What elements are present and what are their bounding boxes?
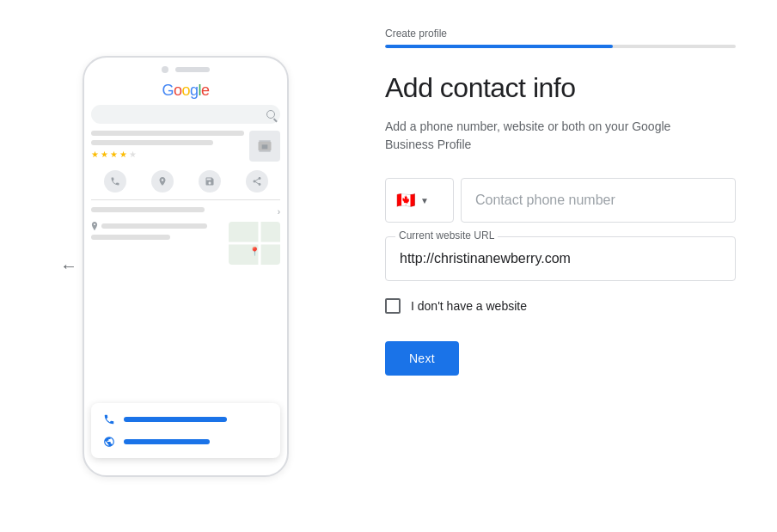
bottom-card-web-line [124,439,210,444]
progress-bar-container [385,45,736,48]
phone-bottom-card [91,403,280,458]
mock-action-save [199,170,221,193]
globe-icon [101,434,117,449]
mock-divider [91,199,280,200]
country-selector[interactable]: 🇨🇦 ▼ [385,178,454,223]
page-description: Add a phone number, website or both on y… [385,118,694,154]
mock-search-icon [266,110,275,119]
mock-action-phone [104,170,126,193]
right-panel: Create profile Add contact info Add a ph… [344,0,777,532]
mock-line [91,235,170,240]
mock-action-icons [91,170,280,193]
mock-action-map [151,170,174,193]
dropdown-arrow-icon: ▼ [420,196,429,205]
phone-input-row: 🇨🇦 ▼ [385,178,736,223]
mock-store-icon [249,131,280,162]
bottom-card-phone-row [101,412,270,427]
mock-line [91,131,244,136]
back-arrow-icon: ← [60,256,77,276]
no-website-label: I don't have a website [411,299,527,313]
phone-number-input[interactable] [461,178,736,223]
mock-line [91,207,205,212]
mock-business-info: ★ ★ ★ ★ ★ [91,131,244,163]
mock-action-share [246,170,268,193]
no-website-checkbox[interactable] [385,298,401,314]
google-logo: Google [91,82,280,100]
svg-rect-1 [262,144,268,149]
checkbox-row: I don't have a website [385,298,736,314]
flag-icon: 🇨🇦 [396,191,415,210]
mock-map-road [229,242,280,244]
bottom-card-web-row [101,434,270,449]
progress-bar-fill [385,45,613,48]
mock-map-road [259,222,261,265]
mock-map: 📍 [229,222,280,265]
next-button[interactable]: Next [385,341,459,376]
mock-business-row: ★ ★ ★ ★ ★ [91,131,280,163]
website-input-wrapper: Current website URL [385,236,736,281]
mock-map-pin: 📍 [249,247,260,256]
mock-stars: ★ ★ ★ ★ ★ [91,150,244,159]
back-button[interactable]: ← [55,253,83,280]
phone-speaker [175,67,210,72]
progress-section: Create profile [385,28,736,48]
page-title: Add contact info [385,72,736,104]
bottom-card-phone-line [124,417,227,422]
phone-top-bar [84,58,287,78]
mock-line [91,140,213,145]
phone-mockup: Google ★ ★ ★ ★ ★ [83,56,289,477]
mock-map-area: 📍 [91,222,280,265]
mock-location-text [91,222,223,244]
left-panel: ← Google ★ ★ [0,0,344,532]
website-input-label: Current website URL [395,229,498,242]
website-url-input[interactable] [385,236,736,281]
mock-search-bar [91,105,280,124]
progress-label: Create profile [385,28,736,40]
phone-screen: Google ★ ★ ★ ★ ★ [84,78,287,268]
mock-line [101,223,207,229]
phone-camera [162,66,168,73]
phone-icon [101,412,117,427]
